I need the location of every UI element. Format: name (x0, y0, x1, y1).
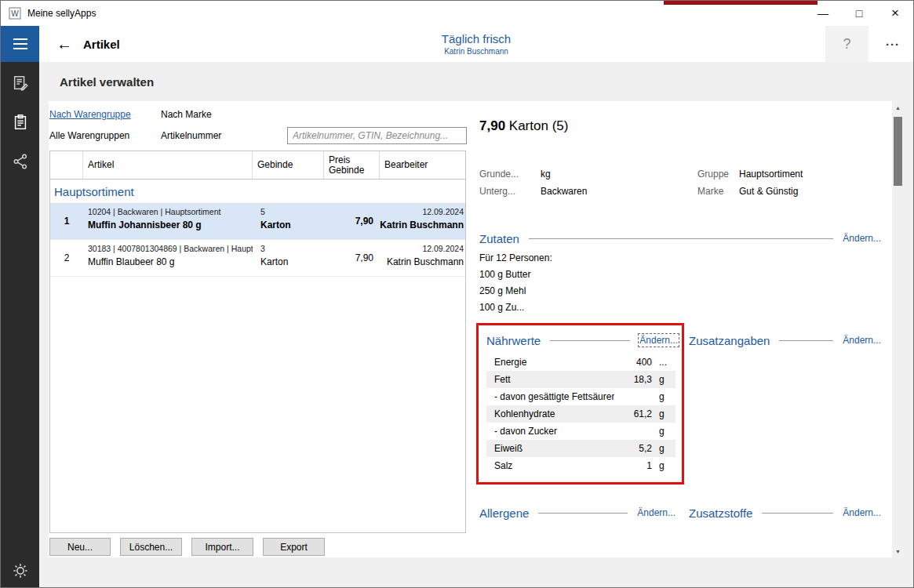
naehrwerte-section-header: Nährwerte Ändern... (486, 332, 678, 348)
nutrition-value: 1 (614, 460, 652, 471)
table-row[interactable]: 2 30183 | 4007801304869 | Backwaren | Ha… (50, 240, 465, 277)
naehrwerte-title: Nährwerte (486, 334, 541, 347)
nutrition-unit: g (652, 460, 675, 471)
article-meta: 10204 | Backwaren | Hauptsortiment (88, 207, 253, 216)
scroll-down-icon[interactable]: ▼ (892, 545, 904, 557)
help-button[interactable]: ? (825, 26, 868, 62)
new-button[interactable]: Neu... (49, 538, 111, 556)
subgroup-label: Unterg... (479, 186, 515, 197)
import-button[interactable]: Import... (191, 538, 253, 556)
document-edit-icon[interactable] (11, 74, 30, 93)
allergene-section-header: Allergene Ändern... (479, 505, 675, 521)
table-header-row: Artikel Gebinde Preis Gebinde Bearbeiter (50, 151, 465, 180)
delete-button[interactable]: Löschen... (120, 538, 182, 556)
section-rule (779, 340, 833, 341)
network-share-icon[interactable] (11, 152, 30, 171)
detail-price-line: 7,90 Karton (5) (479, 118, 568, 134)
nutrition-label: Kohlenhydrate (486, 408, 614, 419)
filter-by-warengruppe[interactable]: Nach Warengruppe (49, 109, 131, 120)
nutrition-unit: g (652, 408, 675, 419)
nutrition-row: - davon Zucker g (486, 423, 675, 440)
row-index: 2 (50, 240, 83, 276)
window-title: Meine sellyApps (27, 8, 96, 19)
user-name: Katrin Buschmann (444, 47, 508, 56)
tenant-block: Täglich frisch Katrin Buschmann (39, 26, 913, 62)
articles-clipboard-icon[interactable] (11, 113, 30, 132)
zutaten-change-link[interactable]: Ändern... (843, 233, 881, 244)
brand-label: Marke (697, 186, 723, 197)
zutaten-text: Für 12 Personen: 100 g Butter 250 g Mehl… (479, 250, 552, 316)
column-header-preis-line1: Preis (329, 154, 350, 165)
nutrition-label: Fett (486, 374, 614, 385)
main-area: Artikel verwalten Nach Warengruppe Nach … (39, 62, 913, 587)
nutrition-unit: g (652, 391, 675, 402)
naehrwerte-change-link[interactable]: Ändern... (639, 335, 678, 346)
sidebar (1, 62, 39, 587)
nutrition-label: - davon gesättigte Fettsäuren (486, 391, 614, 402)
allergene-change-link[interactable]: Ändern... (637, 507, 675, 518)
more-menu-button[interactable]: ··· (877, 26, 909, 62)
scrollbar-thumb[interactable] (894, 117, 902, 186)
vertical-scrollbar[interactable]: ▲ ▼ (892, 101, 904, 557)
base-unit-value: kg (541, 169, 551, 180)
search-input[interactable] (287, 127, 467, 144)
filter-all-warengruppen[interactable]: Alle Warengruppen (49, 130, 129, 141)
export-button[interactable]: Export (263, 538, 325, 556)
content-panel: Nach Warengruppe Nach Marke Alle Warengr… (49, 101, 904, 557)
section-rule (538, 513, 628, 514)
close-button[interactable]: × (877, 1, 913, 26)
nutrition-row: Fett 18,3 g (486, 371, 675, 388)
allergene-title: Allergene (479, 506, 529, 520)
settings-gear-icon[interactable] (1, 562, 39, 579)
caption-buttons: — □ × (805, 1, 913, 26)
maximize-button[interactable]: □ (841, 1, 877, 26)
nutrition-value: 61,2 (614, 408, 652, 419)
zusatzangaben-section-header: Zusatzangaben Ändern... (689, 332, 881, 348)
price-value: 7,90 (355, 216, 373, 227)
gebinde-qty: 3 (260, 244, 324, 253)
column-header-index[interactable] (50, 151, 83, 179)
zusatzangaben-change-link[interactable]: Ändern... (843, 335, 881, 346)
filter-artikelnummer[interactable]: Artikelnummer (161, 130, 221, 141)
nutrition-label: - davon Zucker (486, 426, 614, 437)
price-value: 7,90 (355, 252, 373, 263)
gebinde-unit: Karton (260, 256, 324, 267)
zutaten-line: 250 g Mehl (479, 283, 552, 299)
nutrition-value: 5,2 (614, 443, 652, 454)
base-unit-label: Grunde... (479, 169, 519, 180)
group-value: Hauptsortiment (739, 169, 803, 180)
subgroup-value: Backwaren (541, 186, 587, 197)
column-header-preis-gebinde[interactable]: Preis Gebinde (324, 151, 380, 179)
gebinde-unit: Karton (260, 220, 324, 230)
zutaten-line: 100 g Butter (479, 267, 552, 283)
zusatzangaben-title: Zusatzangaben (689, 334, 770, 347)
zusatzstoffe-section-header: Zusatzstoffe Ändern... (689, 505, 881, 521)
filter-by-marke[interactable]: Nach Marke (161, 109, 212, 120)
svg-text:W: W (11, 9, 19, 18)
page-title: Artikel verwalten (60, 75, 154, 89)
nutrition-row: Energie 400 ... (486, 354, 675, 371)
zutaten-title: Zutaten (479, 232, 519, 245)
nutrition-value: 18,3 (614, 374, 652, 385)
nutrition-row: Eiweiß 5,2 g (486, 440, 675, 457)
column-header-artikel[interactable]: Artikel (83, 151, 253, 179)
nutrition-label: Salz (486, 460, 614, 471)
table-row[interactable]: 1 10204 | Backwaren | Hauptsortiment Muf… (50, 203, 465, 240)
nutrition-unit: g (652, 426, 675, 437)
column-header-preis-line2: Gebinde (329, 165, 364, 176)
zutaten-line: 100 g Zu... (479, 299, 552, 316)
nutrition-row: - davon gesättigte Fettsäuren g (486, 388, 675, 405)
column-header-gebinde[interactable]: Gebinde (253, 151, 324, 179)
section-rule (762, 513, 833, 514)
nutrition-unit: g (652, 443, 675, 454)
scroll-up-icon[interactable]: ▲ (892, 101, 904, 114)
nutrition-unit: ... (652, 357, 675, 368)
zusatzstoffe-change-link[interactable]: Ändern... (843, 507, 881, 518)
nutrition-value: 400 (614, 357, 652, 368)
editor-name: Katrin Buschmann (380, 256, 464, 267)
app-window: W Meine sellyApps — □ × ← Artikel Täglic… (0, 0, 914, 588)
hamburger-menu-icon[interactable] (1, 26, 39, 62)
nutrition-label: Energie (486, 357, 614, 368)
column-header-bearbeiter[interactable]: Bearbeiter (380, 151, 465, 179)
article-name: Muffin Blaubeer 80 g (88, 256, 253, 267)
